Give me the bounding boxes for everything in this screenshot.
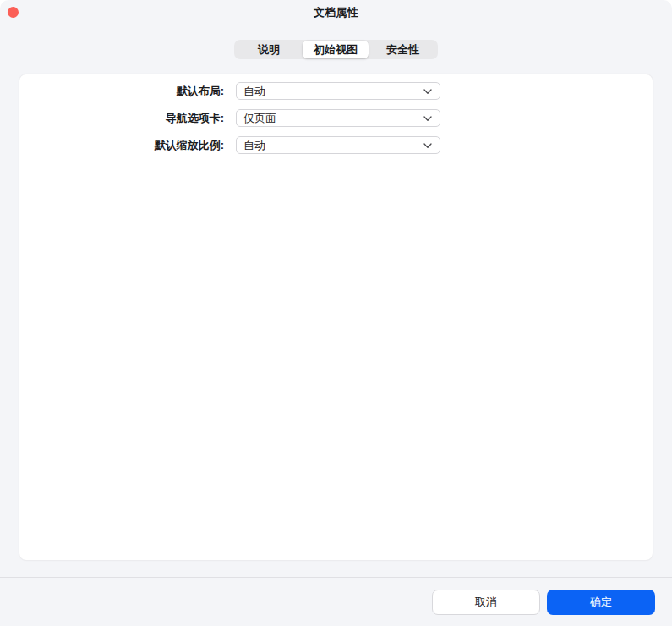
title-bar: 文档属性 bbox=[0, 0, 672, 25]
initial-view-panel: 默认布局: 自动 导航选项卡: 仅页面 默认缩放比例: 自动 bbox=[19, 74, 653, 561]
document-properties-dialog: 文档属性 说明 初始视图 安全性 默认布局: 自动 导航选项卡: 仅页面 bbox=[0, 0, 672, 626]
close-window-button[interactable] bbox=[8, 7, 19, 18]
tab-initial-view[interactable]: 初始视图 bbox=[303, 41, 369, 58]
default-layout-label: 默认布局: bbox=[19, 82, 224, 100]
window-title: 文档属性 bbox=[314, 5, 358, 20]
navigation-tab-row: 导航选项卡: 仅页面 bbox=[19, 109, 653, 127]
default-zoom-select[interactable]: 自动 bbox=[236, 136, 440, 154]
cancel-button[interactable]: 取消 bbox=[432, 590, 540, 615]
chevron-down-icon bbox=[423, 142, 432, 149]
segmented-control: 说明 初始视图 安全性 bbox=[234, 40, 438, 59]
tab-security[interactable]: 安全性 bbox=[369, 41, 437, 58]
default-layout-select[interactable]: 自动 bbox=[236, 82, 440, 100]
navigation-tab-select[interactable]: 仅页面 bbox=[236, 109, 440, 127]
navigation-tab-label: 导航选项卡: bbox=[19, 109, 224, 127]
default-zoom-label: 默认缩放比例: bbox=[19, 136, 224, 154]
chevron-down-icon bbox=[423, 88, 432, 95]
tab-description[interactable]: 说明 bbox=[235, 41, 303, 58]
default-zoom-value: 自动 bbox=[243, 137, 265, 153]
navigation-tab-value: 仅页面 bbox=[243, 110, 276, 126]
default-layout-row: 默认布局: 自动 bbox=[19, 82, 653, 100]
chevron-down-icon bbox=[423, 115, 432, 122]
ok-button[interactable]: 确定 bbox=[547, 590, 655, 615]
default-zoom-row: 默认缩放比例: 自动 bbox=[19, 136, 653, 154]
footer-button-bar: 取消 确定 bbox=[0, 578, 672, 626]
default-layout-value: 自动 bbox=[243, 83, 265, 99]
tab-bar: 说明 初始视图 安全性 bbox=[0, 40, 672, 59]
